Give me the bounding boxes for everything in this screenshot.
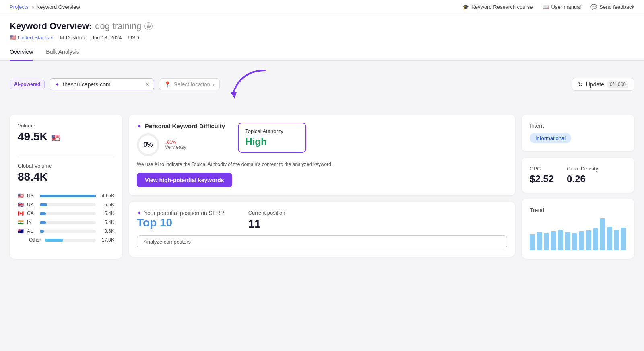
intent-badge: Informational [530, 133, 571, 143]
chat-icon: 💬 [590, 4, 597, 10]
volume-card: Volume 49.5K 🇺🇸 Global Volume 88.4K 🇺🇸 U… [10, 115, 122, 259]
location-chevron-icon: ▾ [213, 82, 215, 87]
country-row-au: 🇦🇺 AU 3.6K [18, 228, 114, 234]
serp-position-value: Top 10 [137, 216, 224, 229]
topical-value: High [245, 136, 299, 147]
top-nav-links: 🎓 Keyword Research course 📖 User manual … [462, 4, 634, 10]
country-bars: 🇺🇸 US 49.5K 🇬🇧 UK 6.6K 🇨🇦 CA 5.4K [18, 193, 114, 243]
view-high-potential-button[interactable]: View high-potential keywords [137, 173, 232, 187]
sparkle-icon: ✦ [55, 81, 60, 88]
volume-section: Volume 49.5K 🇺🇸 [18, 123, 114, 143]
trend-bar [544, 233, 549, 250]
trend-bar [537, 232, 542, 250]
pkd-header: ✦ Personal Keyword Difficulty 0% ↓81% Ve… [137, 123, 507, 156]
pkd-delta: ↓81% [165, 140, 186, 144]
country-selector[interactable]: 🇺🇸 United States ▾ [10, 35, 53, 41]
trend-card: Trend [522, 199, 634, 259]
right-column: Intent Informational CPC $2.52 Com. Dens… [522, 115, 634, 259]
pkd-description: We use AI to indicate the Topical Author… [137, 161, 338, 168]
trend-bar [579, 231, 584, 250]
tab-bulk-analysis[interactable]: Bulk Analysis [46, 44, 79, 61]
density-label: Com. Density [567, 166, 598, 172]
in-flag: 🇮🇳 [18, 220, 24, 225]
device-type: 🖥 Desktop [59, 35, 85, 41]
trend-bar [572, 233, 577, 250]
topical-authority-box: Topical Authority High [238, 123, 306, 153]
volume-flag-icon: 🇺🇸 [51, 134, 60, 142]
user-manual-link[interactable]: 📖 User manual [543, 4, 581, 10]
sparkle-purple-icon: ✦ [137, 123, 142, 129]
tab-overview[interactable]: Overview [10, 44, 33, 61]
clear-domain-button[interactable]: × [145, 81, 149, 88]
pkd-info: ↓81% Very easy [165, 140, 186, 150]
intent-card: Intent Informational [522, 115, 634, 151]
page-header: Keyword Overview: dog training ⊕ 🇺🇸 Unit… [0, 14, 644, 44]
purple-arrow-svg [225, 66, 273, 103]
trend-label: Trend [530, 207, 626, 213]
trend-bar [607, 227, 612, 250]
update-button[interactable]: ↻ Update 0/1,000 [572, 78, 634, 91]
pkd-circle-chart: 0% [137, 133, 159, 156]
cpc-label: CPC [530, 166, 554, 172]
divider [18, 156, 114, 156]
current-position-value: 11 [248, 218, 285, 230]
intent-label: Intent [530, 123, 626, 129]
toolbar: AI-powered ✦ × 📍 Select location ▾ ↻ Upd… [0, 61, 644, 108]
keyword-research-course-link[interactable]: 🎓 Keyword Research course [462, 4, 533, 10]
current-position-label: Current position [248, 210, 285, 216]
bar-in [40, 221, 46, 224]
sparkle-serp-icon: ✦ [137, 210, 142, 216]
main-content: Volume 49.5K 🇺🇸 Global Volume 88.4K 🇺🇸 U… [0, 108, 644, 265]
trend-bar [551, 231, 556, 250]
trend-bar [530, 234, 535, 250]
center-column: ✦ Personal Keyword Difficulty 0% ↓81% Ve… [129, 115, 515, 259]
trend-bar [586, 230, 591, 250]
refresh-icon: ↻ [578, 81, 583, 88]
breadcrumb-home[interactable]: Projects [10, 4, 29, 10]
breadcrumb: Projects > Keyword Overview [10, 4, 80, 10]
domain-input-wrap: ✦ × [50, 78, 154, 90]
location-select[interactable]: 📍 Select location ▾ [159, 78, 220, 90]
domain-input[interactable] [63, 81, 142, 88]
serp-title-row: ✦ Your potential position on SERP [137, 210, 224, 216]
us-flag: 🇺🇸 [18, 193, 24, 199]
update-count: 0/1,000 [607, 81, 628, 88]
trend-bar [593, 228, 598, 250]
density-section: Com. Density 0.26 [567, 166, 598, 185]
breadcrumb-separator: > [31, 4, 34, 10]
cpc-section: CPC $2.52 [530, 166, 554, 185]
location-icon: 📍 [164, 81, 171, 88]
cpc-card: CPC $2.52 Com. Density 0.26 [522, 158, 634, 193]
us-flag-icon: 🇺🇸 [10, 35, 16, 41]
uk-flag: 🇬🇧 [18, 202, 24, 207]
global-volume-value: 88.4K [18, 170, 114, 183]
global-volume-section: Global Volume 88.4K [18, 163, 114, 183]
bar-ca [40, 212, 46, 215]
trend-bar [614, 230, 619, 250]
bar-uk [40, 203, 47, 206]
pkd-score-section: 0% ↓81% Very easy [137, 133, 225, 156]
ca-flag: 🇨🇦 [18, 211, 24, 216]
volume-label: Volume [18, 123, 114, 129]
pkd-card: ✦ Personal Keyword Difficulty 0% ↓81% Ve… [129, 115, 515, 195]
country-row-us: 🇺🇸 US 49.5K [18, 193, 114, 199]
analyze-competitors-button[interactable]: Analyze competitors [137, 235, 507, 248]
volume-value: 49.5K 🇺🇸 [18, 130, 114, 143]
graduation-cap-icon: 🎓 [462, 4, 469, 10]
page-meta: 🇺🇸 United States ▾ 🖥 Desktop Jun 18, 202… [10, 35, 634, 41]
add-keyword-icon[interactable]: ⊕ [144, 22, 153, 30]
pkd-ease-label: Very easy [165, 144, 186, 150]
country-row-uk: 🇬🇧 UK 6.6K [18, 202, 114, 207]
pkd-section: ✦ Personal Keyword Difficulty 0% ↓81% Ve… [137, 123, 225, 156]
current-position-section: Current position 11 [248, 210, 285, 230]
pkd-title: Personal Keyword Difficulty [145, 123, 225, 129]
density-value: 0.26 [567, 173, 598, 185]
top-navigation: Projects > Keyword Overview 🎓 Keyword Re… [0, 0, 644, 14]
arrow-annotation [225, 66, 273, 103]
serp-title: Your potential position on SERP [144, 210, 224, 216]
book-icon: 📖 [543, 4, 549, 10]
send-feedback-link[interactable]: 💬 Send feedback [590, 4, 634, 10]
tab-bar: Overview Bulk Analysis [0, 44, 644, 61]
cpc-value: $2.52 [530, 173, 554, 185]
trend-bars [530, 218, 626, 250]
